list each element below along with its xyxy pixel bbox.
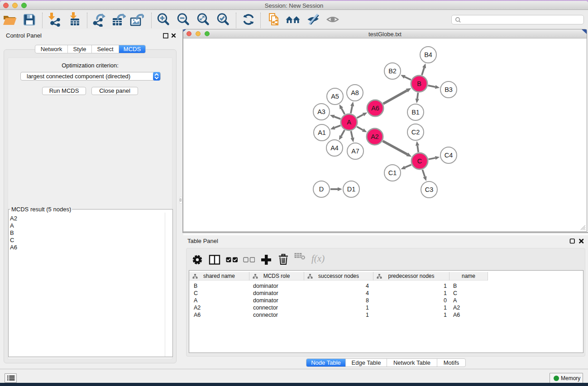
svg-text:C4: C4 xyxy=(445,152,453,159)
svg-text:A2: A2 xyxy=(371,133,379,140)
svg-text:C2: C2 xyxy=(411,129,420,136)
svg-text:C: C xyxy=(417,157,422,165)
svg-text:A6: A6 xyxy=(371,105,379,112)
svg-text:A7: A7 xyxy=(351,148,359,155)
svg-text:B4: B4 xyxy=(424,51,432,58)
svg-text:D1: D1 xyxy=(347,186,356,193)
svg-text:A8: A8 xyxy=(351,89,359,96)
svg-text:B2: B2 xyxy=(388,67,397,75)
svg-text:A5: A5 xyxy=(331,93,339,100)
svg-text:B: B xyxy=(417,80,421,87)
svg-text:B3: B3 xyxy=(445,86,453,93)
svg-text:B1: B1 xyxy=(411,109,420,116)
svg-text:A3: A3 xyxy=(317,108,325,115)
svg-text:D: D xyxy=(319,186,324,193)
svg-text:C1: C1 xyxy=(388,169,397,176)
svg-text:C3: C3 xyxy=(425,186,434,193)
svg-text:A1: A1 xyxy=(318,129,326,136)
svg-text:A: A xyxy=(347,119,351,126)
svg-text:A4: A4 xyxy=(330,144,339,152)
